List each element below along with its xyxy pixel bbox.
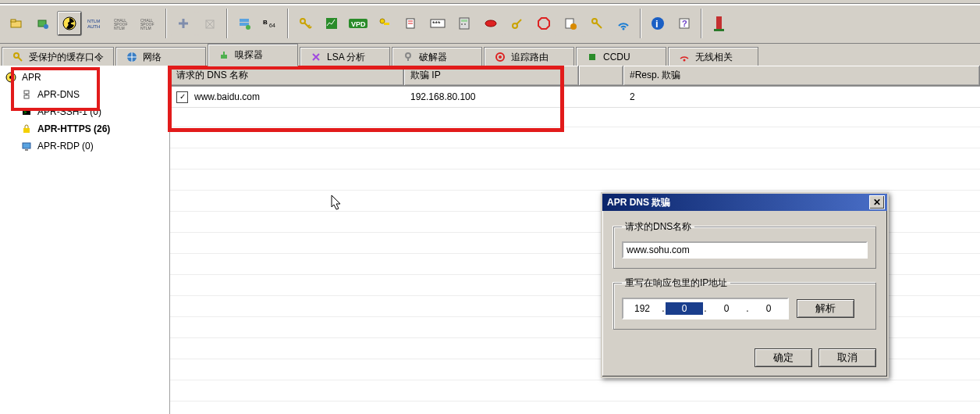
tab-label: 追踪路由 <box>511 51 549 64</box>
group-dns-name: 请求的DNS名称 <box>613 220 876 269</box>
svg-rect-44 <box>716 16 722 29</box>
tab-label: LSA 分析 <box>327 51 365 64</box>
globe-icon <box>126 51 138 63</box>
svg-point-33 <box>485 20 496 27</box>
calc-button[interactable] <box>452 11 477 36</box>
sidebar-item-apr-https[interactable]: APR-HTTPS (26) <box>0 120 169 137</box>
network-folder-button[interactable] <box>30 11 55 36</box>
key-yellow2-button[interactable] <box>505 11 530 36</box>
base64-button[interactable]: B64 <box>258 11 283 36</box>
tab-bar: 受保护的缓存口令 网络 嗅探器 LSA 分析 破解器 追踪路由 CCDU 无线相… <box>0 44 980 66</box>
oct-button[interactable] <box>531 11 556 36</box>
svg-rect-26 <box>407 19 414 28</box>
ip-input[interactable]: . . . <box>622 298 789 319</box>
info-button[interactable]: i <box>645 11 670 36</box>
exit-button[interactable] <box>706 11 731 36</box>
ip-octet-3[interactable] <box>708 302 745 315</box>
sidebar-item-apr-ssh[interactable]: > APR-SSH-1 (0) <box>0 103 169 120</box>
host-list-button[interactable] <box>232 11 257 36</box>
ip-octet-4[interactable] <box>750 302 787 315</box>
tab-ccdu[interactable]: CCDU <box>576 47 666 66</box>
svg-rect-58 <box>24 95 29 98</box>
sidebar-item-apr-rdp[interactable]: APR-RDP (0) <box>0 137 169 155</box>
tab-lsa[interactable]: LSA 分析 <box>300 47 390 66</box>
sidebar-item-label: APR-HTTPS (26) <box>37 123 110 134</box>
dns-name-input[interactable] <box>622 241 868 259</box>
toolbar: NTLMAUTH CHALLSPOOFNTLM CHALLSPOOFNTLM B… <box>0 4 980 44</box>
sidebar-item-apr-dns[interactable]: APR-DNS <box>0 86 169 103</box>
svg-rect-48 <box>221 55 227 59</box>
dialog-titlebar[interactable]: APR DNS 欺骗 ✕ <box>602 194 887 211</box>
col-gap[interactable] <box>579 66 623 86</box>
password-button[interactable]: *** <box>425 11 450 36</box>
sidebar-item-apr[interactable]: APR <box>0 69 169 86</box>
chall-spoof-button[interactable]: CHALLSPOOFNTLM <box>110 11 135 36</box>
radiation-toggle[interactable] <box>57 11 82 36</box>
keyhole-icon <box>402 51 414 63</box>
col-resp[interactable]: #Resp. 欺骗 <box>623 66 980 86</box>
tab-cracker[interactable]: 破解器 <box>392 47 482 66</box>
svg-rect-42 <box>680 19 689 28</box>
svg-rect-30 <box>461 20 467 22</box>
chart-button[interactable] <box>319 11 344 36</box>
svg-rect-50 <box>407 57 409 61</box>
ok-button[interactable]: 确定 <box>755 348 812 367</box>
row-checkbox[interactable]: ✓ <box>176 91 188 103</box>
svg-rect-22 <box>349 19 368 28</box>
ip-octet-1[interactable] <box>623 302 661 315</box>
svg-rect-45 <box>714 29 724 31</box>
svg-point-37 <box>570 23 577 30</box>
svg-rect-36 <box>566 19 573 28</box>
cell-ip: 192.168.80.100 <box>404 87 579 107</box>
svg-point-56 <box>9 76 12 79</box>
dialog-apr-dns-spoof: APR DNS 欺骗 ✕ 请求的DNS名称 重写在响应包里的IP地址 . . .… <box>601 192 889 378</box>
tab-wireless[interactable]: 无线相关 <box>668 47 758 66</box>
col-ip[interactable]: 欺骗 IP <box>404 66 579 86</box>
yellow-key3-button[interactable] <box>584 11 609 36</box>
open-folder-button[interactable] <box>4 11 29 36</box>
svg-point-20 <box>300 19 305 23</box>
term-icon: > <box>20 105 33 118</box>
disk-button[interactable] <box>478 11 503 36</box>
add-button[interactable] <box>171 11 196 36</box>
tab-sniffer[interactable]: 嗅探器 <box>208 44 298 66</box>
chip-icon <box>586 51 598 63</box>
svg-point-5 <box>68 22 71 25</box>
svg-rect-32 <box>464 23 466 25</box>
col-dns[interactable]: 请求的 DNS 名称 <box>170 66 404 86</box>
svg-rect-16 <box>240 23 249 26</box>
vpn-button[interactable]: VPD <box>346 11 371 36</box>
edit-cert-button[interactable] <box>399 11 424 36</box>
tab-protected-cache[interactable]: 受保护的缓存口令 <box>2 47 114 66</box>
group-ip-rewrite: 重写在响应包里的IP地址 . . . 解析 <box>613 277 876 330</box>
svg-rect-14 <box>206 20 214 28</box>
tab-traceroute[interactable]: 追踪路由 <box>484 47 574 66</box>
ntlm-auth-button[interactable]: NTLMAUTH <box>83 11 108 36</box>
svg-rect-0 <box>11 21 21 27</box>
svg-text:64: 64 <box>269 23 275 28</box>
svg-rect-29 <box>460 18 469 29</box>
tab-network[interactable]: 网络 <box>115 47 206 66</box>
ip-octet-2[interactable] <box>666 302 703 315</box>
table-row[interactable]: ✓ www.baidu.com 192.168.80.100 2 <box>170 87 980 108</box>
delete-button[interactable] <box>197 11 222 36</box>
svg-text:>: > <box>23 109 27 115</box>
svg-point-3 <box>44 24 48 29</box>
key-button[interactable] <box>293 11 318 36</box>
resolve-button[interactable]: 解析 <box>797 299 854 318</box>
svg-text:?: ? <box>682 19 687 28</box>
dialog-close-button[interactable]: ✕ <box>869 195 885 209</box>
node-icon <box>20 88 33 101</box>
chall-spoof-ntlm-button[interactable]: CHALLSPOOFNTLM <box>137 11 162 36</box>
wifi-button[interactable] <box>611 11 636 36</box>
svg-point-34 <box>513 23 517 28</box>
tab-label: 破解器 <box>419 51 447 64</box>
yellow-key-button[interactable] <box>372 11 397 36</box>
svg-point-17 <box>246 25 250 30</box>
svg-marker-35 <box>538 18 549 29</box>
help-button[interactable]: ? <box>672 11 697 36</box>
svg-rect-21 <box>326 18 337 29</box>
cert-button[interactable] <box>558 11 583 36</box>
cancel-button[interactable]: 取消 <box>818 348 876 367</box>
cell-gap <box>579 87 623 107</box>
